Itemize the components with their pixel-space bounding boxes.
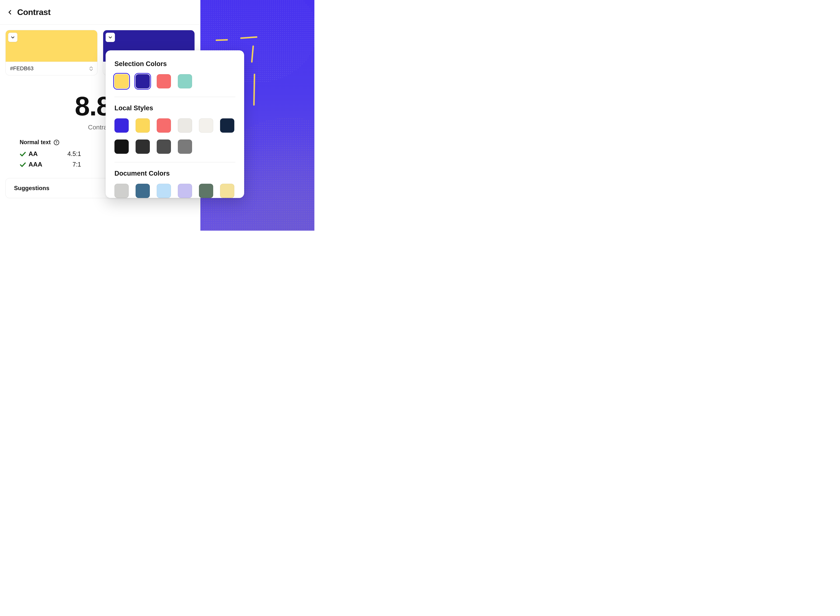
level-row: AA4.5:1	[20, 150, 81, 158]
foreground-color-card: #FEDB63	[5, 30, 98, 75]
color-swatch[interactable]	[178, 74, 192, 88]
check-icon	[20, 151, 26, 157]
color-swatch[interactable]	[136, 118, 150, 133]
popover-section-title: Local Styles	[114, 104, 235, 112]
level-name: AA	[28, 150, 38, 158]
foreground-hex-value: #FEDB63	[10, 65, 34, 72]
level-row: AAA7:1	[20, 161, 81, 168]
color-swatch[interactable]	[136, 184, 150, 198]
panel-header: Contrast	[0, 0, 200, 25]
level-name: AAA	[28, 161, 42, 168]
color-swatch[interactable]	[136, 139, 150, 154]
background-dropdown-button[interactable]	[106, 33, 115, 42]
color-swatch[interactable]	[178, 139, 192, 154]
color-swatch[interactable]	[178, 184, 192, 198]
color-swatch[interactable]	[114, 139, 129, 154]
color-swatch[interactable]	[157, 139, 171, 154]
color-swatch[interactable]	[157, 118, 171, 133]
swatch-grid	[114, 74, 235, 88]
swatch-grid	[114, 184, 235, 198]
level-ratio: 7:1	[72, 161, 81, 168]
color-swatch[interactable]	[220, 118, 234, 133]
popover-section-title: Selection Colors	[114, 60, 235, 68]
page-title: Contrast	[17, 7, 51, 17]
color-swatch[interactable]	[157, 184, 171, 198]
foreground-swatch[interactable]	[6, 30, 97, 62]
color-swatch[interactable]	[114, 118, 129, 133]
foreground-hex-field[interactable]: #FEDB63	[6, 62, 97, 75]
foreground-dropdown-button[interactable]	[8, 33, 18, 42]
color-swatch[interactable]	[199, 184, 213, 198]
back-icon[interactable]	[7, 10, 13, 15]
help-icon[interactable]: ?	[54, 140, 59, 145]
color-swatch[interactable]	[220, 184, 234, 198]
normal-text-title: Normal text	[20, 139, 51, 146]
color-swatch[interactable]	[157, 74, 171, 88]
color-swatch[interactable]	[199, 118, 213, 133]
decorative-stroke	[253, 74, 255, 106]
color-swatch[interactable]	[114, 74, 129, 88]
check-icon	[20, 161, 26, 168]
color-picker-popover: Selection ColorsLocal StylesDocument Col…	[106, 50, 244, 198]
color-swatch[interactable]	[136, 74, 150, 88]
stepper-icon[interactable]	[89, 66, 93, 71]
level-ratio: 4.5:1	[67, 150, 81, 157]
color-swatch[interactable]	[114, 184, 129, 198]
color-swatch[interactable]	[178, 118, 192, 133]
popover-section-title: Document Colors	[114, 170, 235, 177]
swatch-grid	[114, 118, 235, 154]
